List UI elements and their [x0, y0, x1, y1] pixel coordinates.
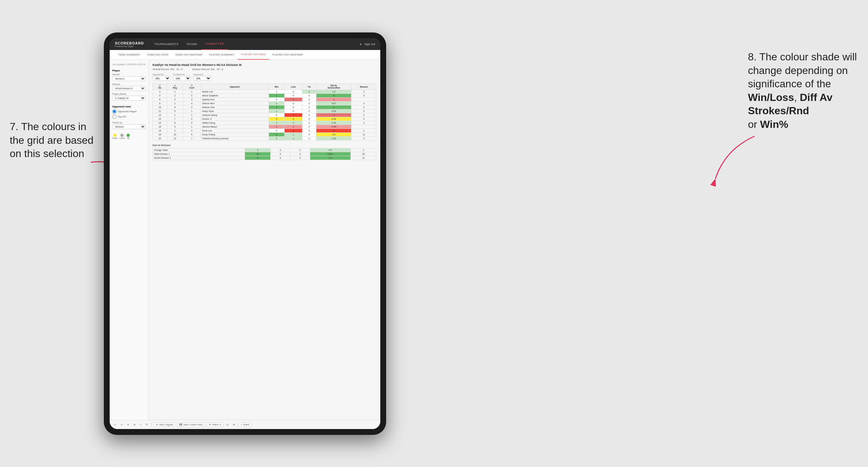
cell-conf: 4 [183, 101, 201, 105]
sub-nav-player-h2h-heatmap[interactable]: PLAYER H2H HEATMAP [269, 50, 306, 60]
table-row: 9 1 4 Sharon Mun 1 0 0 3.67 3 [153, 101, 376, 105]
save-custom-btn[interactable]: 💾 Save Custom View [177, 423, 205, 427]
watch-icon: 👁 [209, 424, 211, 426]
ood-tie: 0 [290, 152, 310, 156]
cell-div: 11 [153, 110, 167, 113]
resize-btn[interactable]: ⊡ [225, 423, 230, 427]
clock-btn[interactable]: ⏱ [145, 423, 149, 427]
cell-tie: 0 [303, 125, 316, 129]
ood-row: NCAA Division 2 5 0 0 7.4 10 [153, 156, 376, 160]
table-row: 20 11 7 Federica Domecq Lacroze 2 1 0 1.… [153, 136, 376, 141]
toolbar-sep1 [151, 423, 152, 427]
filter-opponent-select[interactable]: (All) [193, 76, 211, 81]
cell-diff: 0.38 [316, 117, 351, 121]
cell-rounds [351, 125, 376, 129]
cell-conf: 3 [183, 98, 201, 101]
ood-row: Foreign Team 1 0 0 4.5 2 [153, 148, 376, 152]
cell-opponent: Federica Domecq Lacroze [200, 136, 269, 141]
ood-rounds: 30 [350, 152, 376, 156]
out-of-division-table: Foreign Team 1 0 0 4.5 2 NAIA Division 1… [153, 148, 376, 160]
ood-opponent: NCAA Division 2 [153, 156, 245, 160]
ood-loss: 0 [271, 156, 290, 160]
user-icon: ▸ [360, 42, 362, 46]
save-icon: 💾 [180, 424, 182, 426]
ood-tie: 0 [290, 148, 310, 152]
copy-btn[interactable]: ⧉ [132, 423, 136, 427]
ood-loss: 0 [271, 152, 290, 156]
cell-diff: 3.67 [316, 101, 351, 105]
cell-tie: 0 [303, 101, 316, 105]
view-original-btn[interactable]: 👁 View: Original [153, 423, 175, 427]
th-reg: #Reg [167, 84, 183, 90]
table-row: 19 10 6 Emily Chang 4 1 0 0.3 11 [153, 133, 376, 136]
nav-teams[interactable]: TEAMS [182, 38, 201, 50]
radio-opponents-played[interactable]: Opponents Played [112, 110, 146, 114]
table-row: 16 3 1 Jessica Mason 1 2 0 -0.94 [153, 125, 376, 129]
table-row: 13 1 1 Jessica Huang 0 1 0 -3 2 [153, 113, 376, 117]
share-btn[interactable]: ↗ Share [238, 423, 252, 427]
cell-conf: 6 [183, 133, 201, 136]
ood-loss: 0 [271, 148, 290, 152]
radio-top100[interactable]: Top 100 [112, 115, 146, 119]
sub-nav-player-summary[interactable]: PLAYER SUMMARY [206, 50, 238, 60]
filter-conference-label: Conference [173, 73, 191, 75]
division-select[interactable]: NCAA Division III [112, 86, 146, 91]
cell-div: 18 [153, 129, 167, 133]
filter-opponents-select[interactable]: (All) [153, 76, 170, 81]
cell-tie: 0 [303, 121, 316, 125]
division-label: Division [112, 83, 146, 85]
sub-nav-player-h2h-grid[interactable]: PLAYER H2H GRID [238, 50, 269, 60]
colour-dot-down [113, 134, 117, 137]
sub-nav-team-h2h-heatmap[interactable]: TEAM H2H HEATMAP [172, 50, 206, 60]
ood-tie: 0 [290, 156, 310, 160]
cell-loss: 1 [284, 113, 303, 117]
cell-div: 20 [153, 136, 167, 141]
undo2-btn[interactable]: ⟳ [126, 423, 130, 427]
nav-tournaments[interactable]: TOURNAMENTS [150, 38, 182, 50]
reset-btn[interactable]: ⌖ [138, 423, 143, 427]
player-rank-label: Player (Rank) [112, 93, 146, 95]
player-rank-select[interactable]: 8. Katelyn Vo [112, 96, 146, 101]
cell-diff: -5 [316, 129, 351, 133]
cell-opponent: Esther Lee [200, 90, 269, 94]
annotation-left: 7. The colours in the grid are based on … [10, 120, 97, 161]
cell-loss: 0 [284, 101, 303, 105]
undo-btn[interactable]: ↩ [113, 423, 118, 427]
cell-rounds: 4 [351, 90, 376, 94]
table-header-row: #Div #Reg #Conf Opponent Win Loss Tie Di… [153, 84, 376, 90]
th-opponent: Opponent [200, 84, 269, 90]
cell-div: 13 [153, 113, 167, 117]
cell-opponent: Stella Cheng [200, 121, 269, 125]
cell-conf: 3 [183, 105, 201, 110]
cell-loss: 2 [284, 125, 303, 129]
cell-diff: 4 [316, 105, 351, 110]
cell-win: 1 [269, 94, 284, 98]
grid-btn[interactable]: ⊞ [232, 423, 236, 427]
sign-out-link[interactable]: Sign out [364, 42, 375, 46]
cell-div: 9 [153, 101, 167, 105]
colour-by-select[interactable]: Win/loss [112, 124, 146, 129]
ood-win: 5 [245, 156, 271, 160]
share-icon: ↗ [241, 424, 242, 426]
redo-btn[interactable]: ↪ [119, 423, 124, 427]
cell-diff: -3 [316, 113, 351, 117]
cell-conf: 1 [183, 125, 201, 129]
cell-reg: 7 [167, 117, 183, 121]
sub-nav-team-summary[interactable]: TEAM SUMMARY [115, 50, 144, 60]
sidebar-player-title: Player [112, 69, 146, 72]
grid-area: Katelyn Vo Head-to-Head Grid for Women's… [149, 60, 380, 420]
nav-committee[interactable]: COMMITTEE [201, 38, 228, 50]
filter-conference-select[interactable]: (All) [173, 76, 191, 81]
sub-nav-team-h2h-grid[interactable]: TEAM H2H GRID [144, 50, 172, 60]
division-record: Division Record: 331 - 34 - 6 [192, 68, 223, 71]
colour-by-label: Colour by [112, 121, 146, 124]
cell-div: 10 [153, 105, 167, 110]
gender-select[interactable]: Women's [112, 76, 146, 81]
watch-btn[interactable]: 👁 Watch ▾ [207, 423, 223, 427]
filter-opponents: Opponents: (All) [153, 73, 170, 81]
cell-conf: 1 [183, 110, 201, 113]
cell-div: 3 [153, 90, 167, 94]
cell-conf: 1 [183, 90, 201, 94]
cell-div: 16 [153, 125, 167, 129]
cell-win: 1 [269, 125, 284, 129]
